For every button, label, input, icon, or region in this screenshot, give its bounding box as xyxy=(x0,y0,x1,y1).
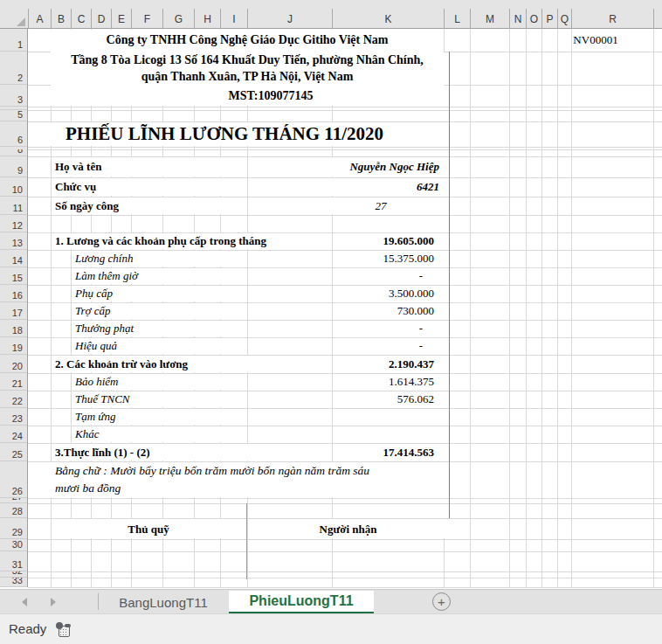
prev-sheet-button[interactable] xyxy=(22,598,27,606)
cell-section-value[interactable]: 17.414.563 xyxy=(356,444,437,460)
column-header-a[interactable]: A xyxy=(28,9,51,29)
row-header-13[interactable]: 13 xyxy=(0,232,27,250)
cell-section-label[interactable]: 3.Thực lĩnh (1) - (2) xyxy=(52,444,332,460)
cell-item-label[interactable]: Tạm ứng xyxy=(72,409,247,425)
column-header-h[interactable]: H xyxy=(194,9,220,29)
cell-item-label[interactable]: Khác xyxy=(72,426,247,442)
cell-item-value[interactable]: 730.000 xyxy=(362,303,437,319)
row-header-32[interactable]: 32 xyxy=(0,571,27,578)
sheet-tab-bangluongt11[interactable]: BangLuongT11 xyxy=(100,591,227,614)
cell-item-value[interactable]: 576.062 xyxy=(362,391,437,407)
row-header-29[interactable]: 29 xyxy=(0,518,27,539)
row-header-10[interactable]: 10 xyxy=(0,177,27,197)
cell-section-value[interactable]: 2.190.437 xyxy=(356,356,437,372)
row-header-1[interactable]: 1 xyxy=(0,29,27,52)
row-header-17[interactable]: 17 xyxy=(0,302,27,320)
cell-signature-cashier[interactable]: Thủ quỹ xyxy=(51,519,246,539)
cell-amount-in-words[interactable]: Bằng chữ : Mười bẩy triệu bốn trăm mười … xyxy=(52,462,444,497)
cell-section-label[interactable]: 2. Các khoản trừ vào lương xyxy=(52,356,332,372)
cell-company-name[interactable]: Công ty TNHH Công Nghệ Giáo Dục Gitiho V… xyxy=(51,29,444,52)
cell-info-value[interactable]: Nguyễn Ngọc Hiệp xyxy=(332,157,442,177)
column-header-b[interactable]: B xyxy=(51,9,71,29)
cell-item-label[interactable]: Phụ cấp xyxy=(72,286,247,301)
row-header-3[interactable]: 3 xyxy=(0,85,27,107)
row-header-23[interactable]: 23 xyxy=(0,408,27,426)
column-header-j[interactable]: J xyxy=(247,9,332,29)
column-header-e[interactable]: E xyxy=(111,9,131,29)
cell-info-label[interactable]: Số ngày công xyxy=(52,197,245,214)
sheet-tab-phieuluongt11[interactable]: PhieuLuongT11 xyxy=(229,591,374,614)
cell-item-value[interactable]: 3.500.000 xyxy=(362,286,437,301)
row-header-25[interactable]: 25 xyxy=(0,443,27,461)
gridline-h xyxy=(28,147,662,148)
cell-item-value[interactable]: - xyxy=(362,268,437,284)
row-header-9[interactable]: 9 xyxy=(0,156,27,177)
row-header-15[interactable]: 15 xyxy=(0,267,27,285)
row-header-8[interactable]: 8 xyxy=(0,149,27,156)
cell-company-address[interactable]: Tầng 8 Tòa Licogi 13 Số 164 Khuất Duy Ti… xyxy=(51,52,444,85)
row-header-14[interactable]: 14 xyxy=(0,250,27,267)
next-sheet-button[interactable] xyxy=(51,598,56,606)
row-header-2[interactable]: 2 xyxy=(0,52,27,85)
macro-record-icon[interactable] xyxy=(56,622,72,639)
row-header-28[interactable]: 28 xyxy=(0,503,27,518)
row-header-12[interactable]: 12 xyxy=(0,215,27,232)
column-header-f[interactable]: F xyxy=(131,9,162,29)
cell-employee-code[interactable]: NV00001 xyxy=(569,29,622,52)
column-header-p[interactable]: P xyxy=(541,9,557,29)
cell-info-value[interactable]: 6421 xyxy=(332,178,442,196)
cell-item-label[interactable]: Bảo hiểm xyxy=(72,374,247,390)
cell-info-label[interactable]: Họ và tên xyxy=(52,157,245,177)
cell-item-value[interactable]: 15.375.000 xyxy=(362,251,437,267)
column-header-o[interactable]: O xyxy=(526,9,541,29)
column-header-k[interactable]: K xyxy=(332,9,444,29)
cell-item-label[interactable]: Thuế TNCN xyxy=(72,391,247,407)
column-header-m[interactable]: M xyxy=(470,9,509,29)
column-header-g[interactable]: G xyxy=(162,9,194,29)
row-header-19[interactable]: 19 xyxy=(0,337,27,355)
cell-info-value[interactable]: 27 xyxy=(332,197,430,214)
cell-tax-code[interactable]: MST:109077145 xyxy=(87,85,454,107)
cell-item-label[interactable]: Làm thêm giờ xyxy=(72,268,247,284)
row-header-26[interactable]: 26 xyxy=(0,461,27,498)
cell-section-value[interactable]: 19.605.000 xyxy=(356,233,437,249)
cell-item-label[interactable]: Lương chính xyxy=(72,251,247,267)
row-header-22[interactable]: 22 xyxy=(0,391,27,408)
cell-info-label[interactable]: Chức vụ xyxy=(52,178,245,196)
column-header-l[interactable]: L xyxy=(444,9,470,29)
plus-icon: + xyxy=(438,594,445,609)
row-header-24[interactable]: 24 xyxy=(0,426,27,443)
gridline-h xyxy=(28,551,662,552)
company-address-line2: quận Thanh Xuân, TP Hà Nội, Việt Nam xyxy=(53,68,441,85)
row-header-31[interactable]: 31 xyxy=(0,551,27,571)
cell-signature-receiver[interactable]: Người nhận xyxy=(247,519,449,539)
row-header-18[interactable]: 18 xyxy=(0,320,27,337)
column-header-c[interactable]: C xyxy=(71,9,91,29)
cell-section-label[interactable]: 1. Lương và các khoản phụ cấp trong thán… xyxy=(52,233,332,249)
cell-item-value[interactable]: - xyxy=(362,321,437,336)
new-sheet-button[interactable]: + xyxy=(432,592,451,611)
row-header-33[interactable]: 33 xyxy=(0,578,27,587)
row-header-5[interactable]: 5 xyxy=(0,110,27,121)
cell-payslip-title[interactable]: PHIẾU LĨNH LƯƠNG THÁNG 11/2020 xyxy=(28,121,421,147)
row-header-21[interactable]: 21 xyxy=(0,373,27,391)
column-header-n[interactable]: N xyxy=(509,9,526,29)
row-header-16[interactable]: 16 xyxy=(0,285,27,302)
cell-item-value[interactable]: - xyxy=(362,338,437,354)
row-header-6[interactable]: 6 xyxy=(0,121,27,147)
column-header-q[interactable]: Q xyxy=(557,9,571,29)
select-all-button[interactable] xyxy=(0,9,28,29)
row-header-30[interactable]: 30 xyxy=(0,539,27,551)
gridline-v xyxy=(444,29,445,52)
signature-divider-border xyxy=(246,503,247,579)
column-header-r[interactable]: R xyxy=(571,9,653,29)
column-header-d[interactable]: D xyxy=(91,9,111,29)
row-header-11[interactable]: 11 xyxy=(0,197,27,215)
column-header-i[interactable]: I xyxy=(220,9,247,29)
cell-item-label[interactable]: Thưởng phạt xyxy=(72,321,247,336)
cell-item-value[interactable]: 1.614.375 xyxy=(362,374,437,390)
gridline-h xyxy=(28,587,662,588)
row-header-20[interactable]: 20 xyxy=(0,355,27,373)
cell-item-label[interactable]: Trợ cấp xyxy=(72,303,247,319)
cell-item-label[interactable]: Hiệu quả xyxy=(72,338,247,354)
